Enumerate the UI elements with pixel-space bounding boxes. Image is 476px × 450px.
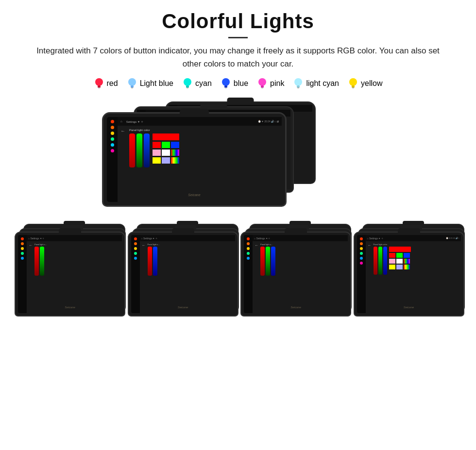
color-item-pink: pink <box>257 77 284 90</box>
bu2-knob <box>172 228 194 233</box>
color-item-red: red <box>94 77 118 90</box>
svg-rect-8 <box>187 87 188 88</box>
bu2-btn2 <box>134 242 137 245</box>
main-btn-5 <box>111 143 114 147</box>
svg-rect-2 <box>98 87 100 88</box>
grid-cell-r <box>153 142 161 148</box>
bu1-btn2 <box>21 242 24 245</box>
green-slider <box>136 133 142 167</box>
svg-point-0 <box>95 78 103 86</box>
bu4-btn2 <box>360 242 363 245</box>
bu4-cell-b <box>404 253 410 258</box>
grid-cell-white <box>162 150 170 156</box>
knob-2 <box>201 102 227 108</box>
svg-point-3 <box>128 78 136 86</box>
main-top-screen: ⌂ Settings ✦ ✧ ⌚ ▼ 20:24 🔊 □ ⇄ ← Panel l… <box>107 117 282 202</box>
bu4-grid-row3 <box>389 259 411 264</box>
bu1-header-text: ⌂ Settings ✦ ✧ <box>28 237 44 240</box>
bu2-header: ⌂ Settings ✦ ✧ <box>140 235 235 241</box>
bu3-header: ⌂ Settings ✦ ✧ <box>253 235 348 241</box>
bu3-btn5 <box>247 257 250 260</box>
panel-light-title: Panel light color <box>129 129 279 132</box>
grid-cell-rainbow <box>171 150 179 156</box>
color-sliders <box>129 133 150 167</box>
bu4-btn5 <box>360 257 363 260</box>
svg-rect-11 <box>225 87 227 88</box>
svg-point-18 <box>349 78 357 86</box>
bu2-content: ⌂ Settings ✦ ✧ ← Panel light c... <box>140 235 235 313</box>
bu1-body: ← Panel light c... <box>27 241 122 313</box>
main-header-settings: Settings ✦ ✧ <box>126 120 143 123</box>
bu2-panel-title: Panel light c... <box>148 243 160 246</box>
bu4-grid <box>389 247 411 269</box>
bu3-screen: ⌂ Settings ✦ ✧ ← Panel light c... <box>244 235 348 313</box>
main-btn-2 <box>111 126 114 129</box>
blue-bulb-icon <box>221 77 231 90</box>
main-knob <box>180 109 209 115</box>
bu3-panel: Panel light c... <box>260 243 275 311</box>
watermark-bu1: Seicane <box>65 306 75 309</box>
bu4-cell-multi <box>404 265 410 269</box>
bottom-unit-1: ⌂ Settings ✦ ✧ ← Panel light c... <box>15 224 123 318</box>
grid-row-2 <box>153 142 179 148</box>
bu1-arrow: ← <box>29 243 33 311</box>
bu1-main: ⌂ Settings ✦ ✧ ← Panel light c... <box>15 232 125 317</box>
grid-cell-multi <box>171 157 179 164</box>
color-grid <box>153 133 179 164</box>
bu4-cell-lavender <box>396 265 403 269</box>
bottom-devices-group: ⌂ Settings ✦ ✧ ← Panel light c... <box>15 220 461 322</box>
bu4-btn6 <box>360 262 363 265</box>
watermark-bu4: Seicane <box>404 306 414 309</box>
grid-cell-g <box>162 142 170 148</box>
color-item-yellow: yellow <box>348 77 382 90</box>
bu4-body: ← Panel light color <box>366 241 461 313</box>
bu3-main: ⌂ Settings ✦ ✧ ← Panel light c... <box>240 232 351 317</box>
main-btn-1 <box>111 120 114 123</box>
bu1-btn3 <box>21 247 24 250</box>
bu4-cell-pink <box>389 259 395 264</box>
svg-point-15 <box>294 78 302 86</box>
color-item-blue: blue <box>221 77 248 90</box>
bu1-header: ⌂ Settings ✦ ✧ <box>27 235 122 241</box>
bu3-btn3 <box>247 247 250 250</box>
bu1-content: ⌂ Settings ✦ ✧ ← Panel light c... <box>27 235 122 313</box>
color-item-cyan: cyan <box>182 77 212 90</box>
grid-cell-b <box>171 142 179 148</box>
bu2-btn1 <box>134 237 137 240</box>
bu3-green-slider <box>266 247 270 276</box>
bu3-blue-slider <box>271 247 275 276</box>
svg-point-6 <box>184 78 191 86</box>
bu4-main: ⌂ Settings ✦ ✧ ⌚▼20:24 🔊□ ← Panel light … <box>354 232 464 317</box>
color-label-yellow: yellow <box>361 79 382 88</box>
color-label-lightblue: Light blue <box>140 79 173 88</box>
page-container: Colorful Lights Integrated with 7 colors… <box>0 0 476 337</box>
main-btn-3 <box>111 132 114 135</box>
bu3-sliders <box>260 247 275 276</box>
bu2-btn3 <box>134 247 137 250</box>
bu3-side <box>244 235 253 313</box>
panel-light-area: Panel light color <box>129 129 279 199</box>
blue-slider <box>144 133 150 167</box>
bu4-content: ⌂ Settings ✦ ✧ ⌚▼20:24 🔊□ ← Panel light … <box>366 235 461 313</box>
svg-rect-5 <box>131 87 133 88</box>
bu4-screen: ⌂ Settings ✦ ✧ ⌚▼20:24 🔊□ ← Panel light … <box>357 235 461 313</box>
main-top-unit: ⌂ Settings ✦ ✧ ⌚ ▼ 20:24 🔊 □ ⇄ ← Panel l… <box>102 112 287 207</box>
main-btn-6 <box>111 149 114 152</box>
lightcyan-bulb-icon <box>293 77 304 90</box>
color-label-red: red <box>107 79 118 88</box>
bu4-header-time: ⌚▼20:24 🔊□ <box>446 237 459 239</box>
bu4-cell-white <box>396 259 403 264</box>
bu3-red-slider <box>260 247 265 276</box>
grid-cell-lavender <box>162 157 170 164</box>
bu2-arrow: ← <box>142 243 146 311</box>
yellow-bulb-icon <box>348 77 358 90</box>
main-header-time: ⌚ ▼ 20:24 🔊 □ ⇄ <box>258 120 279 123</box>
grid-cell-pink <box>153 150 161 156</box>
main-side-panel <box>107 117 118 202</box>
cyan-bulb-icon <box>182 77 193 90</box>
top-devices-group: ⌂ Settings ✦ ✧ <box>15 101 461 213</box>
watermark-bu3: Seicane <box>290 306 301 309</box>
bu4-grid-row2 <box>389 253 411 258</box>
grid-row-4 <box>153 157 179 164</box>
watermark-bu2: Seicane <box>178 306 188 309</box>
